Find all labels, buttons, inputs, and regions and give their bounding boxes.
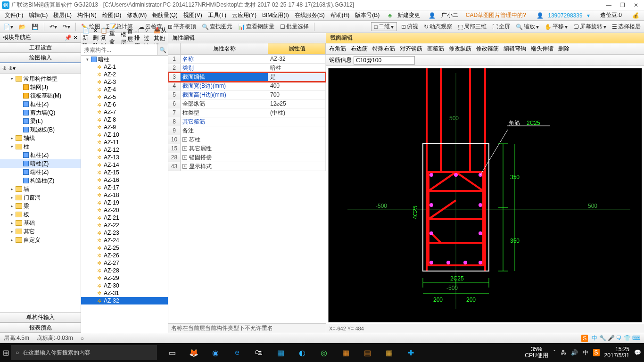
section-tool[interactable]: 删除: [558, 45, 570, 53]
search-button[interactable]: 🔍: [157, 44, 168, 55]
component-item[interactable]: ✲AZ-28: [81, 267, 168, 274]
section-tool[interactable]: 布角筋: [329, 45, 346, 53]
component-item[interactable]: ✲AZ-18: [81, 191, 168, 199]
menu-component[interactable]: 构件(N): [74, 11, 99, 19]
section-tool[interactable]: 端头伸缩: [531, 45, 553, 53]
save-icon[interactable]: 💾: [30, 24, 40, 30]
menu-help[interactable]: 帮助(H): [328, 11, 353, 19]
component-item[interactable]: ✲AZ-6: [81, 101, 168, 108]
component-item[interactable]: ✲AZ-20: [81, 206, 168, 214]
store-icon[interactable]: 🛍: [249, 343, 268, 362]
component-item[interactable]: ✲AZ-16: [81, 176, 168, 184]
menu-floor[interactable]: 楼层(L): [50, 11, 74, 19]
menu-draw[interactable]: 绘图(D): [99, 11, 124, 19]
tray-ime-icon[interactable]: 中: [583, 349, 588, 357]
component-item[interactable]: ✲AZ-31: [81, 289, 168, 297]
tree-item[interactable]: 轴网(J): [0, 83, 81, 91]
tray-net-icon[interactable]: 🖧: [561, 349, 566, 356]
component-item[interactable]: ✲AZ-4: [81, 86, 168, 93]
section-tool[interactable]: 修改箍筋: [476, 45, 499, 53]
spiral-icon[interactable]: ◉: [206, 343, 225, 362]
minimize-button[interactable]: —: [606, 2, 611, 8]
tree-item[interactable]: ▾常用构件类型: [0, 74, 81, 83]
component-item[interactable]: ✲AZ-9: [81, 123, 168, 131]
tree-item[interactable]: 构造柱(Z): [0, 176, 81, 185]
menu-bim[interactable]: BIM应用(I): [259, 11, 292, 19]
app-icon-2[interactable]: ◐: [293, 343, 312, 362]
component-item[interactable]: ✲AZ-15: [81, 169, 168, 176]
nav-tool-icon[interactable]: ⁜ ⁜▾: [2, 65, 16, 72]
component-list[interactable]: ▾暗柱✲AZ-1✲AZ-2✲AZ-3✲AZ-4✲AZ-5✲AZ-6✲AZ-7✲A…: [81, 56, 168, 333]
menu-modify[interactable]: 修改(M): [124, 11, 149, 19]
component-item[interactable]: ✲AZ-30: [81, 282, 168, 289]
component-root[interactable]: ▾暗柱: [81, 56, 168, 63]
property-row[interactable]: 5截面高(H边)(mm)700: [168, 90, 326, 99]
property-row[interactable]: 1名称AZ-32: [168, 55, 326, 64]
property-row[interactable]: 9备注: [168, 126, 326, 135]
phone-label[interactable]: 13907298339: [545, 12, 585, 19]
component-item[interactable]: ✲AZ-8: [81, 116, 168, 123]
property-row[interactable]: 4截面宽(B边)(mm)400: [168, 82, 326, 90]
tree-item[interactable]: 梁(L): [0, 117, 81, 125]
app-icon-3[interactable]: ◎: [314, 343, 333, 362]
tree-item[interactable]: ▸基础: [0, 219, 81, 227]
property-row[interactable]: 3截面编辑是: [168, 73, 326, 82]
redo-icon[interactable]: ↷▾: [61, 24, 72, 30]
tree-item[interactable]: ▸板: [0, 210, 81, 219]
tree-item[interactable]: 现浇板(B): [0, 125, 81, 134]
section-tool[interactable]: 特殊布筋: [372, 45, 395, 53]
tray-notification-icon[interactable]: 💬: [634, 349, 641, 356]
undo-icon[interactable]: ↶▾: [48, 24, 58, 30]
edge-icon[interactable]: e: [228, 343, 247, 362]
component-item[interactable]: ✲AZ-17: [81, 184, 168, 191]
view-local3d[interactable]: ⬚ 局部三维: [456, 23, 488, 31]
component-item[interactable]: ✲AZ-12: [81, 146, 168, 154]
menu-tools[interactable]: 工具(T): [205, 11, 229, 19]
tb-level[interactable]: ⊞ 平齐板顶: [166, 23, 198, 31]
view-orbit[interactable]: ↻ 动态观察: [422, 23, 454, 31]
nav-single-input[interactable]: 单构件输入: [0, 312, 81, 322]
component-item[interactable]: ✲AZ-14: [81, 161, 168, 169]
menu-user[interactable]: 广小二: [438, 11, 461, 19]
menu-edit[interactable]: 编辑(E): [26, 11, 50, 19]
tree-item[interactable]: ▸墙: [0, 185, 81, 193]
tree-item[interactable]: ▸自定义: [0, 236, 81, 244]
nav-report-preview[interactable]: 报表预览: [0, 322, 81, 333]
section-tool[interactable]: 修改纵筋: [449, 45, 471, 53]
tree-item[interactable]: ▸轴线: [0, 134, 81, 142]
component-item[interactable]: ✲AZ-10: [81, 131, 168, 139]
view-zoom[interactable]: 🔍 缩放 ▾: [514, 23, 540, 31]
component-item[interactable]: ✲AZ-23: [81, 229, 168, 237]
property-grid[interactable]: 属性名称 属性值 1名称AZ-322类别暗柱3截面编辑是4截面宽(B边)(mm)…: [168, 43, 326, 323]
property-row[interactable]: 6全部纵筋12⌀25: [168, 99, 326, 108]
component-item[interactable]: ✲AZ-13: [81, 154, 168, 161]
component-item[interactable]: ✲AZ-24: [81, 237, 168, 244]
section-canvas[interactable]: -500500 500-500: [328, 68, 642, 322]
app-icon-6[interactable]: ▦: [380, 343, 398, 362]
section-tool[interactable]: 画箍筋: [427, 45, 444, 53]
nav-tree[interactable]: ▾常用构件类型轴网(J)筏板基础(M)框柱(Z)剪力墙(Q)梁(L)现浇板(B)…: [0, 74, 81, 312]
property-row[interactable]: 8其它箍筋: [168, 117, 326, 126]
section-tool[interactable]: 布边筋: [351, 45, 368, 53]
property-row[interactable]: 43+显示样式: [168, 162, 326, 171]
tray-clock[interactable]: 15:252017/5/31: [604, 346, 629, 359]
maximize-button[interactable]: ❐: [620, 2, 625, 8]
menu-online[interactable]: 在线服务(S): [292, 11, 328, 19]
component-item[interactable]: ✲AZ-1: [81, 63, 168, 71]
tree-item[interactable]: 暗柱(Z): [0, 159, 81, 168]
view-full[interactable]: ⛶ 全屏: [491, 23, 512, 31]
tree-item[interactable]: 筏板基础(M): [0, 91, 81, 100]
rebar-info-input[interactable]: [354, 56, 415, 65]
component-item[interactable]: ✲AZ-5: [81, 93, 168, 101]
view-pan[interactable]: ✋ 平移 ▾: [543, 23, 569, 31]
open-icon[interactable]: 📂: [17, 24, 27, 30]
firefox-icon[interactable]: 🦊: [184, 343, 203, 362]
component-item[interactable]: ✲AZ-27: [81, 259, 168, 267]
property-row[interactable]: 2类别暗柱: [168, 64, 326, 73]
view-2d[interactable]: □ 二维 ▾: [371, 22, 397, 31]
tree-item[interactable]: 端柱(Z): [0, 168, 81, 176]
start-button[interactable]: ⊞: [3, 348, 9, 357]
app-icon-7[interactable]: ✚: [401, 343, 420, 362]
tree-item[interactable]: 框柱(Z): [0, 151, 81, 159]
pin-icon[interactable]: 📌 ✕: [65, 34, 78, 41]
